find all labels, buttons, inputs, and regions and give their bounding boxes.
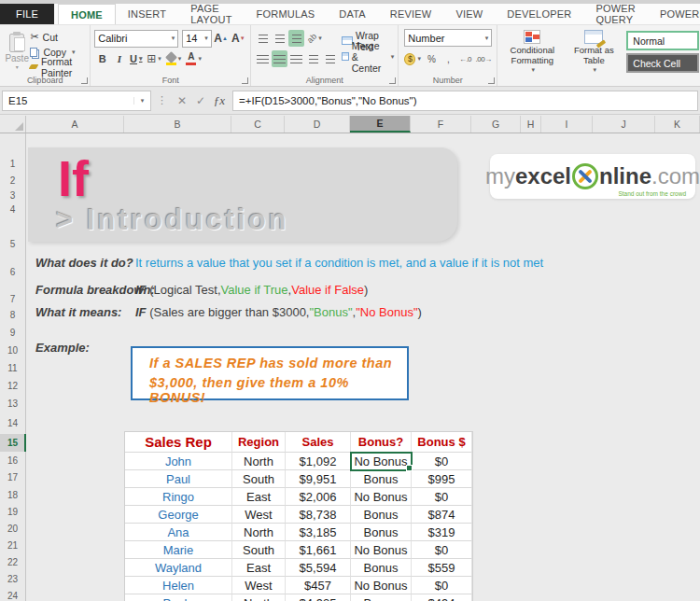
row-header-22[interactable]: 22 — [0, 557, 25, 567]
table-cell[interactable]: $1,661 — [286, 541, 351, 559]
italic-button[interactable]: I — [111, 50, 127, 67]
font-size-select[interactable]: 14▾ — [182, 30, 212, 48]
align-top-button[interactable] — [255, 30, 271, 47]
table-cell[interactable]: Bonus — [351, 559, 412, 577]
formula-input[interactable]: =+IF(D15>3000,"Bonus","No Bonus") — [232, 91, 698, 111]
cell-style-check[interactable]: Check Cell — [626, 53, 699, 73]
table-cell[interactable]: $457 — [286, 577, 351, 594]
increase-decimal-button[interactable]: ←.0 — [457, 50, 473, 67]
accounting-format-button[interactable]: $ — [402, 50, 423, 67]
table-cell[interactable]: $1,092 — [286, 453, 351, 470]
tab-formulas[interactable]: FORMULAS — [245, 4, 328, 24]
merge-center-button[interactable]: Merge & Center — [342, 49, 394, 63]
tab-review[interactable]: REVIEW — [378, 4, 444, 24]
column-header-j[interactable]: J — [593, 116, 655, 133]
paste-button[interactable]: Paste ▾ — [4, 30, 30, 74]
tab-developer[interactable]: DEVELOPER — [495, 4, 583, 24]
table-cell[interactable]: $4,935 — [286, 594, 351, 601]
align-middle-button[interactable] — [272, 30, 287, 47]
table-cell[interactable]: $995 — [412, 470, 472, 488]
tab-page-layout[interactable]: PAGE LAYOUT — [178, 4, 244, 24]
table-cell[interactable]: No Bonus — [351, 488, 412, 506]
number-format-select[interactable]: Number▾ — [404, 29, 492, 47]
row-header-1[interactable]: 1 — [0, 159, 25, 169]
column-header-f[interactable]: F — [411, 116, 471, 133]
table-cell[interactable]: Ringo — [125, 488, 232, 506]
borders-button[interactable]: ⊞ — [145, 50, 163, 67]
table-cell[interactable]: Bonus — [351, 506, 412, 524]
format-painter-button[interactable]: Format Painter — [30, 60, 86, 74]
table-cell[interactable]: $874 — [412, 506, 472, 524]
table-cell[interactable]: $9,951 — [286, 470, 351, 488]
decrease-decimal-button[interactable]: .00→ — [474, 50, 493, 67]
font-dialog-launcher[interactable] — [242, 77, 248, 84]
enter-icon[interactable]: ✓ — [191, 94, 210, 107]
clipboard-dialog-launcher[interactable] — [81, 77, 88, 84]
font-color-button[interactable]: A — [184, 50, 203, 67]
column-header-g[interactable]: G — [471, 116, 521, 133]
row-header-14[interactable]: 14 — [0, 418, 25, 428]
underline-button[interactable]: U — [128, 50, 144, 67]
orientation-button[interactable]: ab — [305, 30, 324, 47]
table-cell[interactable]: $0 — [412, 541, 472, 559]
row-header-6[interactable]: 6 — [0, 267, 25, 277]
tab-insert[interactable]: INSERT — [116, 4, 178, 24]
table-cell[interactable]: Wayland — [125, 559, 232, 577]
row-header-20[interactable]: 20 — [0, 524, 25, 534]
table-cell[interactable]: East — [232, 488, 286, 506]
selected-cell-e15[interactable]: No Bonus — [351, 453, 412, 470]
table-cell[interactable]: $0 — [412, 488, 472, 506]
font-name-select[interactable]: Calibri▾ — [94, 30, 178, 48]
column-header-i[interactable]: I — [541, 116, 593, 133]
column-header-b[interactable]: B — [124, 116, 231, 133]
shrink-font-button[interactable]: A▼ — [231, 30, 247, 47]
paste-dropdown-caret[interactable]: ▾ — [16, 63, 19, 70]
align-bottom-button[interactable] — [288, 30, 304, 47]
row-header-19[interactable]: 19 — [0, 507, 25, 517]
insert-function-icon[interactable]: ƒx — [210, 93, 229, 108]
table-cell[interactable]: West — [232, 577, 286, 594]
table-cell[interactable]: East — [232, 559, 286, 577]
align-right-button[interactable] — [288, 50, 304, 67]
row-header-5[interactable]: 5 — [0, 239, 25, 249]
percent-style-button[interactable]: % — [424, 50, 440, 67]
tab-home[interactable]: HOME — [58, 4, 116, 24]
table-cell[interactable]: Paul — [125, 470, 232, 488]
cut-button[interactable]: ✂ Cut — [30, 30, 86, 44]
name-box[interactable]: E15 ▾ — [2, 91, 151, 111]
row-header-4[interactable]: 4 — [0, 204, 25, 215]
comma-style-button[interactable]: , — [441, 50, 456, 67]
conditional-formatting-button[interactable]: Conditional Formatting — [501, 28, 563, 74]
table-cell[interactable]: No Bonus — [351, 577, 412, 594]
row-header-9[interactable]: 9 — [0, 328, 25, 338]
row-header-10[interactable]: 10 — [0, 345, 25, 356]
row-header-21[interactable]: 21 — [0, 540, 25, 551]
table-cell[interactable]: Paula — [125, 594, 232, 601]
table-cell[interactable]: North — [232, 524, 286, 541]
bold-button[interactable]: B — [94, 50, 110, 67]
row-header-12[interactable]: 12 — [0, 381, 25, 391]
align-left-button[interactable] — [255, 50, 271, 67]
table-cell[interactable]: Bonus — [351, 524, 412, 541]
table-cell[interactable]: George — [125, 506, 232, 524]
cancel-icon[interactable]: ✕ — [173, 94, 191, 107]
row-header-17[interactable]: 17 — [0, 472, 25, 482]
fill-color-button[interactable] — [164, 50, 184, 67]
table-cell[interactable]: South — [232, 470, 286, 488]
column-header-d[interactable]: D — [285, 116, 350, 133]
cell-style-normal[interactable]: Normal — [626, 31, 699, 50]
row-header-8[interactable]: 8 — [0, 310, 25, 320]
tab-power-query[interactable]: POWER QUERY — [583, 4, 648, 24]
format-as-table-button[interactable]: Format as Table — [563, 28, 624, 74]
column-header-e[interactable]: E — [350, 116, 411, 133]
column-header-c[interactable]: C — [231, 116, 285, 133]
table-cell[interactable]: $8,738 — [286, 506, 351, 524]
table-cell[interactable]: West — [232, 506, 286, 524]
row-header-15[interactable]: 15 — [0, 438, 25, 448]
row-header-11[interactable]: 11 — [0, 363, 25, 373]
row-header-24[interactable]: 24 — [0, 591, 25, 601]
table-cell[interactable]: Bonus — [351, 470, 412, 488]
decrease-indent-button[interactable] — [305, 50, 321, 67]
table-cell[interactable]: North — [232, 453, 286, 470]
table-cell[interactable]: John — [125, 453, 232, 470]
